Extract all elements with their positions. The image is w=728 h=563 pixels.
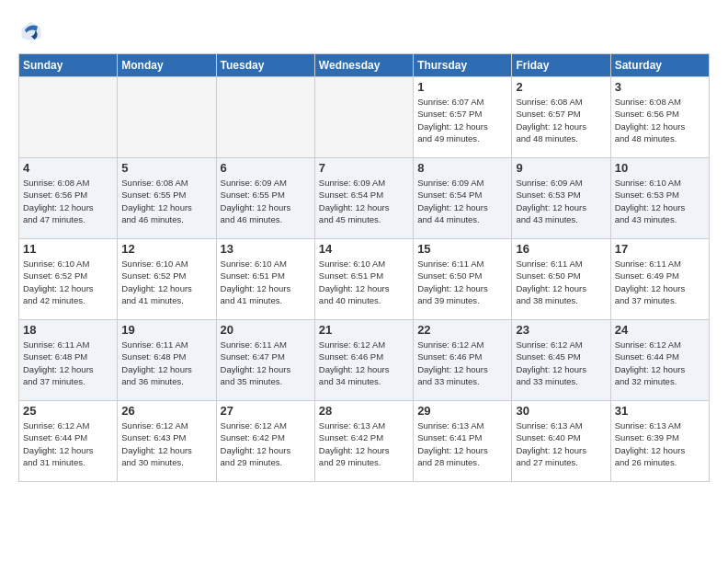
calendar-cell [19, 77, 118, 158]
logo [18, 18, 48, 44]
day-number: 11 [23, 242, 113, 256]
calendar-cell: 27Sunrise: 6:12 AM Sunset: 6:42 PM Dayli… [216, 401, 314, 482]
day-number: 9 [516, 161, 606, 175]
cell-info: Sunrise: 6:10 AM Sunset: 6:53 PM Dayligh… [615, 177, 705, 225]
calendar-cell: 26Sunrise: 6:12 AM Sunset: 6:43 PM Dayli… [118, 401, 216, 482]
cell-info: Sunrise: 6:13 AM Sunset: 6:41 PM Dayligh… [417, 419, 507, 468]
cell-info: Sunrise: 6:10 AM Sunset: 6:52 PM Dayligh… [23, 258, 113, 306]
calendar-cell: 25Sunrise: 6:12 AM Sunset: 6:44 PM Dayli… [19, 401, 118, 482]
calendar-cell: 4Sunrise: 6:08 AM Sunset: 6:56 PM Daylig… [19, 158, 118, 239]
cell-info: Sunrise: 6:11 AM Sunset: 6:50 PM Dayligh… [417, 258, 507, 306]
cell-info: Sunrise: 6:09 AM Sunset: 6:54 PM Dayligh… [417, 177, 507, 225]
day-number: 4 [23, 161, 113, 175]
day-number: 1 [417, 80, 507, 94]
cell-info: Sunrise: 6:13 AM Sunset: 6:42 PM Dayligh… [319, 419, 409, 468]
week-row-4: 18Sunrise: 6:11 AM Sunset: 6:48 PM Dayli… [19, 320, 710, 401]
calendar-cell [314, 77, 413, 158]
calendar-cell: 20Sunrise: 6:11 AM Sunset: 6:47 PM Dayli… [216, 320, 314, 401]
day-number: 20 [221, 323, 311, 337]
calendar: SundayMondayTuesdayWednesdayThursdayFrid… [18, 53, 710, 482]
cell-info: Sunrise: 6:12 AM Sunset: 6:43 PM Dayligh… [121, 419, 211, 468]
day-number: 16 [516, 242, 606, 256]
cell-info: Sunrise: 6:12 AM Sunset: 6:44 PM Dayligh… [615, 339, 705, 387]
day-number: 29 [417, 404, 507, 418]
cell-info: Sunrise: 6:08 AM Sunset: 6:57 PM Dayligh… [516, 96, 606, 144]
calendar-cell: 13Sunrise: 6:10 AM Sunset: 6:51 PM Dayli… [216, 239, 314, 320]
calendar-cell: 8Sunrise: 6:09 AM Sunset: 6:54 PM Daylig… [414, 158, 512, 239]
day-number: 7 [319, 161, 409, 175]
cell-info: Sunrise: 6:09 AM Sunset: 6:54 PM Dayligh… [319, 177, 409, 225]
day-header-thursday: Thursday [414, 54, 512, 77]
week-row-2: 4Sunrise: 6:08 AM Sunset: 6:56 PM Daylig… [19, 158, 710, 239]
day-number: 3 [615, 80, 705, 94]
week-row-1: 1Sunrise: 6:07 AM Sunset: 6:57 PM Daylig… [19, 77, 710, 158]
page-header [18, 18, 710, 44]
cell-info: Sunrise: 6:09 AM Sunset: 6:53 PM Dayligh… [516, 177, 606, 225]
day-number: 2 [516, 80, 606, 94]
calendar-cell: 21Sunrise: 6:12 AM Sunset: 6:46 PM Dayli… [314, 320, 413, 401]
day-number: 10 [615, 161, 705, 175]
day-number: 6 [221, 161, 311, 175]
week-row-5: 25Sunrise: 6:12 AM Sunset: 6:44 PM Dayli… [19, 401, 710, 482]
cell-info: Sunrise: 6:08 AM Sunset: 6:56 PM Dayligh… [615, 96, 705, 144]
day-number: 26 [121, 404, 211, 418]
day-header-friday: Friday [512, 54, 610, 77]
cell-info: Sunrise: 6:12 AM Sunset: 6:44 PM Dayligh… [23, 419, 113, 468]
calendar-cell: 2Sunrise: 6:08 AM Sunset: 6:57 PM Daylig… [512, 77, 610, 158]
day-header-sunday: Sunday [19, 54, 118, 77]
day-number: 12 [121, 242, 211, 256]
day-number: 31 [615, 404, 705, 418]
calendar-cell: 30Sunrise: 6:13 AM Sunset: 6:40 PM Dayli… [512, 401, 610, 482]
week-row-3: 11Sunrise: 6:10 AM Sunset: 6:52 PM Dayli… [19, 239, 710, 320]
day-number: 15 [417, 242, 507, 256]
cell-info: Sunrise: 6:11 AM Sunset: 6:50 PM Dayligh… [516, 258, 606, 306]
calendar-cell: 24Sunrise: 6:12 AM Sunset: 6:44 PM Dayli… [610, 320, 709, 401]
calendar-cell: 17Sunrise: 6:11 AM Sunset: 6:49 PM Dayli… [610, 239, 709, 320]
logo-icon [18, 18, 44, 44]
day-number: 30 [516, 404, 606, 418]
day-number: 19 [121, 323, 211, 337]
calendar-cell: 1Sunrise: 6:07 AM Sunset: 6:57 PM Daylig… [414, 77, 512, 158]
header-row: SundayMondayTuesdayWednesdayThursdayFrid… [19, 54, 710, 77]
day-number: 27 [221, 404, 311, 418]
cell-info: Sunrise: 6:11 AM Sunset: 6:48 PM Dayligh… [121, 339, 211, 387]
calendar-cell: 14Sunrise: 6:10 AM Sunset: 6:51 PM Dayli… [314, 239, 413, 320]
calendar-cell: 18Sunrise: 6:11 AM Sunset: 6:48 PM Dayli… [19, 320, 118, 401]
day-number: 25 [23, 404, 113, 418]
cell-info: Sunrise: 6:12 AM Sunset: 6:45 PM Dayligh… [516, 339, 606, 387]
calendar-cell: 5Sunrise: 6:08 AM Sunset: 6:55 PM Daylig… [118, 158, 216, 239]
cell-info: Sunrise: 6:10 AM Sunset: 6:52 PM Dayligh… [121, 258, 211, 306]
calendar-cell: 10Sunrise: 6:10 AM Sunset: 6:53 PM Dayli… [610, 158, 709, 239]
day-number: 13 [221, 242, 311, 256]
cell-info: Sunrise: 6:12 AM Sunset: 6:46 PM Dayligh… [417, 339, 507, 387]
cell-info: Sunrise: 6:10 AM Sunset: 6:51 PM Dayligh… [221, 258, 311, 306]
day-number: 14 [319, 242, 409, 256]
calendar-cell: 29Sunrise: 6:13 AM Sunset: 6:41 PM Dayli… [414, 401, 512, 482]
day-header-saturday: Saturday [610, 54, 709, 77]
day-number: 22 [417, 323, 507, 337]
day-header-wednesday: Wednesday [314, 54, 413, 77]
calendar-cell: 9Sunrise: 6:09 AM Sunset: 6:53 PM Daylig… [512, 158, 610, 239]
day-number: 8 [417, 161, 507, 175]
calendar-cell: 31Sunrise: 6:13 AM Sunset: 6:39 PM Dayli… [610, 401, 709, 482]
day-header-tuesday: Tuesday [216, 54, 314, 77]
cell-info: Sunrise: 6:10 AM Sunset: 6:51 PM Dayligh… [319, 258, 409, 306]
calendar-cell: 11Sunrise: 6:10 AM Sunset: 6:52 PM Dayli… [19, 239, 118, 320]
day-number: 5 [121, 161, 211, 175]
cell-info: Sunrise: 6:12 AM Sunset: 6:46 PM Dayligh… [319, 339, 409, 387]
day-number: 21 [319, 323, 409, 337]
day-number: 17 [615, 242, 705, 256]
day-number: 28 [319, 404, 409, 418]
day-number: 18 [23, 323, 113, 337]
day-header-monday: Monday [118, 54, 216, 77]
calendar-cell: 22Sunrise: 6:12 AM Sunset: 6:46 PM Dayli… [414, 320, 512, 401]
cell-info: Sunrise: 6:08 AM Sunset: 6:55 PM Dayligh… [121, 177, 211, 225]
cell-info: Sunrise: 6:13 AM Sunset: 6:39 PM Dayligh… [615, 419, 705, 468]
day-number: 23 [516, 323, 606, 337]
calendar-cell: 6Sunrise: 6:09 AM Sunset: 6:55 PM Daylig… [216, 158, 314, 239]
cell-info: Sunrise: 6:09 AM Sunset: 6:55 PM Dayligh… [221, 177, 311, 225]
calendar-cell: 16Sunrise: 6:11 AM Sunset: 6:50 PM Dayli… [512, 239, 610, 320]
cell-info: Sunrise: 6:12 AM Sunset: 6:42 PM Dayligh… [221, 419, 311, 468]
calendar-cell [216, 77, 314, 158]
cell-info: Sunrise: 6:07 AM Sunset: 6:57 PM Dayligh… [417, 96, 507, 144]
